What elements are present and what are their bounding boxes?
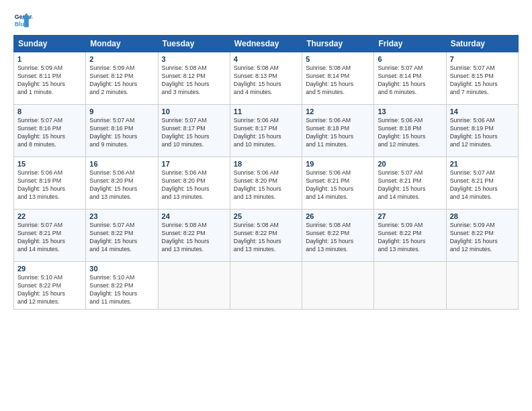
day-info: Sunrise: 5:06 AM Sunset: 8:18 PM Dayligh… [306,117,370,149]
day-number: 18 [234,160,298,168]
logo-icon: General Blue [13,11,32,30]
day-number: 22 [17,212,82,220]
day-info: Sunrise: 5:08 AM Sunset: 8:14 PM Dayligh… [306,64,370,97]
calendar-cell: 17Sunrise: 5:06 AM Sunset: 8:20 PM Dayli… [158,157,230,210]
calendar-cell: 23Sunrise: 5:07 AM Sunset: 8:22 PM Dayli… [86,210,158,262]
calendar-week-row: 8Sunrise: 5:07 AM Sunset: 8:16 PM Daylig… [14,105,519,157]
calendar-cell: 7Sunrise: 5:07 AM Sunset: 8:15 PM Daylig… [446,52,518,105]
calendar-cell: 21Sunrise: 5:07 AM Sunset: 8:21 PM Dayli… [446,157,518,210]
day-info: Sunrise: 5:06 AM Sunset: 8:19 PM Dayligh… [450,117,515,149]
calendar-cell: 28Sunrise: 5:09 AM Sunset: 8:22 PM Dayli… [446,210,518,262]
day-info: Sunrise: 5:07 AM Sunset: 8:16 PM Dayligh… [17,117,82,149]
day-number: 6 [378,55,442,63]
calendar-cell: 19Sunrise: 5:06 AM Sunset: 8:21 PM Dayli… [302,157,374,210]
weekday-header-wednesday: Wednesday [230,36,302,52]
calendar-cell: 3Sunrise: 5:08 AM Sunset: 8:12 PM Daylig… [158,52,230,105]
calendar-cell [302,262,374,310]
day-info: Sunrise: 5:10 AM Sunset: 8:22 PM Dayligh… [17,274,82,306]
day-number: 15 [17,160,82,168]
day-number: 17 [162,160,226,168]
header: General Blue [13,11,519,30]
day-number: 9 [89,107,154,116]
calendar-cell [158,262,230,310]
day-number: 10 [162,107,226,116]
calendar-cell: 12Sunrise: 5:06 AM Sunset: 8:18 PM Dayli… [302,105,374,157]
calendar-cell: 18Sunrise: 5:06 AM Sunset: 8:20 PM Dayli… [230,157,302,210]
calendar-cell: 1Sunrise: 5:09 AM Sunset: 8:11 PM Daylig… [14,52,86,105]
calendar-cell: 5Sunrise: 5:08 AM Sunset: 8:14 PM Daylig… [302,52,374,105]
calendar-cell: 29Sunrise: 5:10 AM Sunset: 8:22 PM Dayli… [14,262,86,310]
day-number: 5 [306,55,370,63]
calendar-cell: 6Sunrise: 5:07 AM Sunset: 8:14 PM Daylig… [374,52,446,105]
page: General Blue SundayMondayTuesdayWednesda… [0,0,532,320]
day-number: 8 [17,107,82,116]
day-number: 4 [234,55,298,63]
day-number: 29 [17,265,82,273]
calendar-cell: 8Sunrise: 5:07 AM Sunset: 8:16 PM Daylig… [14,105,86,157]
day-number: 3 [162,55,226,63]
day-number: 27 [378,212,442,220]
day-number: 1 [17,55,82,63]
day-info: Sunrise: 5:06 AM Sunset: 8:20 PM Dayligh… [234,169,298,201]
day-number: 26 [306,212,370,220]
day-info: Sunrise: 5:07 AM Sunset: 8:16 PM Dayligh… [89,117,154,149]
calendar-cell: 16Sunrise: 5:06 AM Sunset: 8:20 PM Dayli… [86,157,158,210]
calendar-cell: 2Sunrise: 5:09 AM Sunset: 8:12 PM Daylig… [86,52,158,105]
calendar-week-row: 15Sunrise: 5:06 AM Sunset: 8:19 PM Dayli… [14,157,519,210]
day-info: Sunrise: 5:07 AM Sunset: 8:14 PM Dayligh… [378,64,442,97]
calendar-cell: 26Sunrise: 5:08 AM Sunset: 8:22 PM Dayli… [302,210,374,262]
calendar-cell: 15Sunrise: 5:06 AM Sunset: 8:19 PM Dayli… [14,157,86,210]
calendar-cell: 14Sunrise: 5:06 AM Sunset: 8:19 PM Dayli… [446,105,518,157]
day-number: 13 [378,107,442,116]
calendar-cell: 27Sunrise: 5:09 AM Sunset: 8:22 PM Dayli… [374,210,446,262]
day-info: Sunrise: 5:07 AM Sunset: 8:21 PM Dayligh… [450,169,515,201]
calendar-cell: 10Sunrise: 5:07 AM Sunset: 8:17 PM Dayli… [158,105,230,157]
calendar-cell: 20Sunrise: 5:07 AM Sunset: 8:21 PM Dayli… [374,157,446,210]
day-number: 19 [306,160,370,168]
calendar-cell: 22Sunrise: 5:07 AM Sunset: 8:21 PM Dayli… [14,210,86,262]
logo: General Blue [13,11,32,30]
day-info: Sunrise: 5:09 AM Sunset: 8:11 PM Dayligh… [17,64,82,97]
day-info: Sunrise: 5:07 AM Sunset: 8:17 PM Dayligh… [162,117,226,149]
calendar-week-row: 29Sunrise: 5:10 AM Sunset: 8:22 PM Dayli… [14,262,519,310]
day-info: Sunrise: 5:08 AM Sunset: 8:22 PM Dayligh… [162,222,226,254]
calendar-cell: 13Sunrise: 5:06 AM Sunset: 8:18 PM Dayli… [374,105,446,157]
day-info: Sunrise: 5:06 AM Sunset: 8:18 PM Dayligh… [378,117,442,149]
day-number: 21 [450,160,515,168]
calendar-table: SundayMondayTuesdayWednesdayThursdayFrid… [13,35,519,310]
calendar-week-row: 1Sunrise: 5:09 AM Sunset: 8:11 PM Daylig… [14,52,519,105]
calendar-week-row: 22Sunrise: 5:07 AM Sunset: 8:21 PM Dayli… [14,210,519,262]
day-info: Sunrise: 5:06 AM Sunset: 8:19 PM Dayligh… [17,169,82,201]
day-info: Sunrise: 5:09 AM Sunset: 8:22 PM Dayligh… [450,222,515,254]
calendar-cell [230,262,302,310]
weekday-header-sunday: Sunday [14,36,86,52]
day-number: 14 [450,107,515,116]
calendar-cell: 24Sunrise: 5:08 AM Sunset: 8:22 PM Dayli… [158,210,230,262]
day-info: Sunrise: 5:08 AM Sunset: 8:22 PM Dayligh… [306,222,370,254]
day-number: 23 [89,212,154,220]
calendar-cell [374,262,446,310]
day-info: Sunrise: 5:09 AM Sunset: 8:22 PM Dayligh… [378,222,442,254]
calendar-cell: 25Sunrise: 5:08 AM Sunset: 8:22 PM Dayli… [230,210,302,262]
day-info: Sunrise: 5:06 AM Sunset: 8:20 PM Dayligh… [89,169,154,201]
day-number: 30 [89,265,154,273]
day-info: Sunrise: 5:07 AM Sunset: 8:21 PM Dayligh… [378,169,442,201]
day-info: Sunrise: 5:07 AM Sunset: 8:22 PM Dayligh… [89,222,154,254]
calendar-cell: 11Sunrise: 5:06 AM Sunset: 8:17 PM Dayli… [230,105,302,157]
day-info: Sunrise: 5:08 AM Sunset: 8:12 PM Dayligh… [162,64,226,97]
day-info: Sunrise: 5:08 AM Sunset: 8:13 PM Dayligh… [234,64,298,97]
day-number: 24 [162,212,226,220]
weekday-header-saturday: Saturday [446,36,518,52]
day-number: 16 [89,160,154,168]
day-number: 2 [89,55,154,63]
weekday-header-thursday: Thursday [302,36,374,52]
day-info: Sunrise: 5:09 AM Sunset: 8:12 PM Dayligh… [89,64,154,97]
day-number: 20 [378,160,442,168]
weekday-header-row: SundayMondayTuesdayWednesdayThursdayFrid… [14,36,519,52]
day-info: Sunrise: 5:07 AM Sunset: 8:21 PM Dayligh… [17,222,82,254]
calendar-cell: 9Sunrise: 5:07 AM Sunset: 8:16 PM Daylig… [86,105,158,157]
weekday-header-monday: Monday [86,36,158,52]
weekday-header-tuesday: Tuesday [158,36,230,52]
day-number: 11 [234,107,298,116]
day-info: Sunrise: 5:07 AM Sunset: 8:15 PM Dayligh… [450,64,515,97]
